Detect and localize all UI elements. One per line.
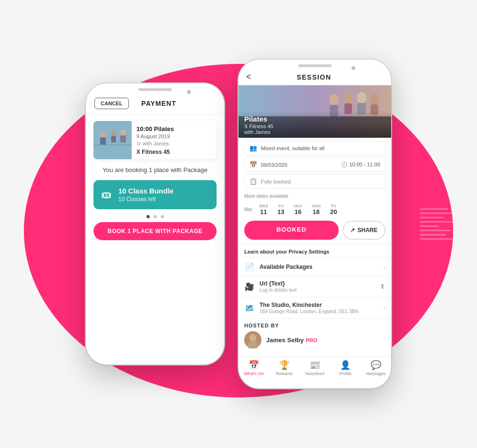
more-dates-label: More dates available: [244, 193, 385, 199]
bundle-icon: 🎟: [101, 189, 112, 201]
studio-icon: 🗺️: [244, 304, 255, 313]
right-phone: < SESSION: [238, 60, 391, 388]
bundle-title: 10 Class Bundle: [118, 187, 174, 195]
bundle-button[interactable]: 🎟 10 Class Bundle 10 Classes left: [93, 180, 217, 209]
date-text: 09/03/2020: [261, 162, 287, 168]
dot-2[interactable]: [154, 215, 157, 218]
payment-header: CANCEL PAYMENT: [86, 91, 224, 114]
privacy-section: Learn about your Privacy Settings: [238, 244, 391, 257]
svg-point-14: [357, 92, 366, 103]
payment-title: PAYMENT: [141, 100, 176, 107]
hero-instructor: with James: [244, 129, 385, 135]
profile-label: Profile: [339, 371, 352, 376]
studio-title: The Studio, Kinchester: [259, 302, 378, 308]
host-row: James Selby PRO: [244, 331, 385, 348]
session-header: < SESSION: [238, 67, 391, 85]
phones-container: CANCEL PAYMENT: [86, 60, 391, 388]
rewards-icon: 🏆: [279, 360, 290, 370]
whats-on-icon: 📅: [249, 360, 259, 370]
month-label: Mar: [244, 207, 252, 212]
rewards-label: Rewards: [276, 371, 293, 376]
svg-point-16: [370, 94, 379, 105]
date-chip-16[interactable]: Mon 16: [290, 201, 306, 218]
class-instructor: ⊙ with James: [136, 141, 212, 147]
hero-class-name: Pilates: [244, 115, 385, 123]
svg-point-12: [344, 93, 353, 104]
info-row-event: 👥 Mixed event, suitable for all: [244, 141, 385, 155]
studio-item[interactable]: 🗺️ The Studio, Kinchester 169 Grange Roa…: [238, 297, 391, 318]
event-text: Mixed event, suitable for all: [261, 145, 324, 151]
url-text-item[interactable]: 🎥 Url {Text} Log in details text ⬆: [238, 275, 391, 297]
svg-point-1: [100, 131, 106, 138]
cancel-button[interactable]: CANCEL: [94, 98, 129, 109]
event-icon: 👥: [249, 144, 257, 152]
dot-3[interactable]: [161, 215, 164, 218]
url-sub: Log in details text: [259, 287, 375, 293]
date-chip-18[interactable]: Wed 18: [308, 201, 324, 218]
date-chip-13[interactable]: Fri 13: [274, 201, 288, 218]
available-packages-item[interactable]: 📄 Available Packages ›: [238, 257, 391, 275]
bundle-subtitle: 10 Classes left: [118, 196, 174, 203]
time-text: 🕙 10:00 - 11:00: [341, 162, 380, 168]
dots-indicator: [86, 215, 224, 218]
left-phone-content: CANCEL PAYMENT: [86, 91, 224, 355]
left-phone: CANCEL PAYMENT: [86, 83, 224, 365]
privacy-text[interactable]: Learn about your Privacy Settings: [244, 249, 330, 255]
book-button[interactable]: BOOK 1 PLACE WITH PACKAGE: [93, 222, 217, 240]
nav-newsfeed[interactable]: 📰 Newsfeed: [300, 360, 330, 376]
right-phone-camera: [352, 66, 355, 70]
nav-messages[interactable]: 💬 Messages: [361, 360, 391, 376]
class-date: 9 August 2019: [136, 133, 212, 139]
back-button[interactable]: <: [246, 72, 251, 82]
class-gym: X Fitness 45: [136, 149, 212, 155]
packages-content: Available Packages: [259, 264, 378, 270]
svg-point-21: [249, 334, 256, 342]
day-num-18: 18: [313, 208, 320, 215]
host-info: James Selby PRO: [266, 336, 317, 344]
day-num-13: 13: [278, 208, 284, 215]
share-button[interactable]: ↗ SHARE: [342, 221, 385, 240]
share-label: SHARE: [357, 227, 377, 234]
day-name-fri13: Fri: [279, 204, 284, 208]
session-title: SESSION: [256, 73, 372, 81]
bundle-text: 10 Class Bundle 10 Classes left: [118, 187, 174, 203]
class-title: 10:00 Pilates: [136, 125, 212, 132]
right-phone-content: < SESSION: [238, 67, 391, 379]
day-name-mon16: Mon: [294, 204, 302, 208]
svg-rect-4: [111, 136, 116, 143]
svg-point-10: [329, 94, 339, 105]
hero-gym: X Fitness 45: [244, 123, 385, 129]
session-hero: Pilates X Fitness 45 with James: [238, 85, 391, 138]
info-row-booked: 📋 Fully booked: [244, 174, 385, 189]
profile-icon: 👤: [340, 360, 351, 370]
url-share-icon: ⬆: [380, 283, 385, 290]
newsfeed-icon: 📰: [310, 360, 320, 370]
class-card: 10:00 Pilates 9 August 2019 ⊙ with James…: [93, 121, 217, 159]
url-title: Url {Text}: [259, 280, 375, 287]
studio-arrow: ›: [383, 304, 385, 312]
booked-button[interactable]: BOOKED: [244, 221, 339, 240]
day-num-20: 20: [330, 208, 337, 215]
avatar-svg: [244, 331, 261, 348]
day-num-16: 16: [295, 208, 301, 215]
nav-profile[interactable]: 👤 Profile: [330, 360, 361, 376]
host-name: James Selby: [266, 336, 304, 344]
host-pro-badge: PRO: [306, 337, 317, 343]
svg-point-5: [120, 129, 126, 136]
dot-1[interactable]: [146, 215, 150, 218]
date-chip-20[interactable]: Fri 20: [326, 201, 341, 218]
booking-text: You are booking 1 place with Package: [93, 166, 217, 174]
action-buttons: BOOKED ↗ SHARE: [238, 221, 391, 244]
class-image-inner: [93, 121, 132, 159]
packages-icon: 📄: [244, 262, 255, 271]
hosted-by-section: HOSTED BY James Selby PRO: [238, 318, 391, 351]
nav-rewards[interactable]: 🏆 Rewards: [269, 360, 300, 376]
messages-label: Messages: [366, 371, 385, 376]
hosted-label: HOSTED BY: [244, 323, 385, 328]
newsfeed-label: Newsfeed: [305, 371, 324, 376]
studio-address: 169 Grange Road, London, England, SE1 3B…: [259, 309, 378, 314]
date-icon: 📅: [249, 161, 257, 168]
date-chip-11[interactable]: Wed 11: [255, 201, 271, 218]
nav-whats-on[interactable]: 📅 What's On: [238, 360, 269, 376]
messages-icon: 💬: [371, 360, 381, 370]
